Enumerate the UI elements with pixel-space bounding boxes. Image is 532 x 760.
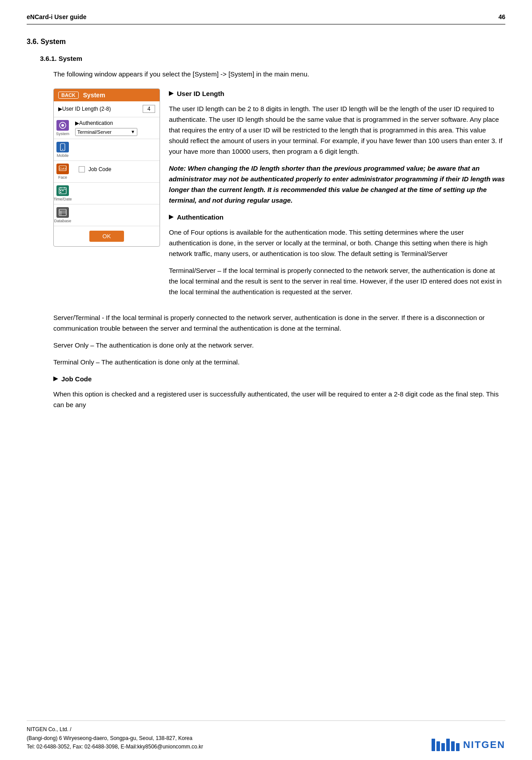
timedate-label: Time/Date <box>53 197 72 201</box>
nitgen-bar-3 <box>441 743 445 751</box>
face-label: Face <box>58 175 67 180</box>
footer-address: (Bangi-dong) 6 Wiryeseong-daero, Songpa-… <box>27 734 203 743</box>
system-svg-icon <box>59 121 67 129</box>
system-icon[interactable]: System <box>54 117 72 139</box>
user-id-length-heading: User ID Length <box>169 88 505 99</box>
svg-point-1 <box>61 124 64 127</box>
face-svg-icon: DAY <box>59 165 67 172</box>
nitgen-bar-4 <box>446 739 450 751</box>
mobile-svg-icon <box>60 143 65 151</box>
user-id-length-body: The user ID length can be 2 to 8 digits … <box>169 104 505 157</box>
job-code-body: When this option is checked and a regist… <box>53 389 505 410</box>
auth-body-3: Server/Terminal - If the local terminal … <box>53 312 505 334</box>
footer-contact: Tel: 02-6488-3052, Fax: 02-6488-3098, E-… <box>27 743 203 751</box>
timedate-icon-box <box>56 185 69 196</box>
two-col-layout: BACK System ▶User ID Length (2-8) 4 <box>53 88 505 304</box>
svg-rect-11 <box>62 190 64 191</box>
face-icon[interactable]: DAY Face <box>54 161 72 182</box>
database-icon-box <box>56 207 69 218</box>
nitgen-bar-1 <box>432 739 435 751</box>
auth-label: ▶Authentication <box>75 120 113 126</box>
timedate-sidebar-item: Time/Date <box>54 183 160 204</box>
auth-content: ▶Authentication Terminal/Server ▼ <box>72 117 160 139</box>
dropdown-arrow-icon: ▼ <box>131 129 135 134</box>
job-code-heading: Job Code <box>53 374 505 384</box>
svg-point-3 <box>62 149 63 150</box>
ok-button[interactable]: OK <box>89 231 124 242</box>
device-ui: BACK System ▶User ID Length (2-8) 4 <box>53 88 160 247</box>
nitgen-bar-2 <box>436 741 440 751</box>
device-title: System <box>83 92 105 99</box>
auth-body-4: Server Only – The authentication is done… <box>53 340 505 351</box>
system-sidebar-item: System ▶Authentication Terminal/Server ▼ <box>54 117 160 139</box>
user-id-length-row: ▶User ID Length (2-8) 4 <box>54 101 160 117</box>
face-sidebar-item: DAY Face Job Code <box>54 161 160 183</box>
system-label: System <box>56 132 69 136</box>
nitgen-bar-6 <box>456 743 460 751</box>
mobile-content <box>72 139 160 160</box>
timedate-content <box>72 183 160 204</box>
note-bold: Note: When changing the ID length shorte… <box>169 163 505 206</box>
nitgen-text: NITGEN <box>463 739 505 751</box>
authentication-heading: Authentication <box>169 212 505 223</box>
footer-company: NITGEN Co., Ltd. / <box>27 725 203 734</box>
header-page-num: 46 <box>498 13 505 20</box>
footer-left: NITGEN Co., Ltd. / (Bangi-dong) 6 Wiryes… <box>27 725 203 751</box>
nitgen-logo: NITGEN <box>432 739 505 751</box>
intro-text: The following window appears if you sele… <box>53 69 505 80</box>
mobile-icon-box <box>56 142 69 152</box>
content-col: User ID Length The user ID length can be… <box>169 88 505 304</box>
nitgen-bar-5 <box>451 741 455 751</box>
section-heading-1: 3.6. System <box>27 38 505 46</box>
system-icon-box <box>56 120 69 131</box>
mobile-icon[interactable]: Mobile <box>54 139 72 160</box>
database-icon[interactable]: Database <box>54 204 72 226</box>
device-header: BACK System <box>54 89 160 101</box>
auth-body-1: One of Four options is available for the… <box>169 227 505 259</box>
nitgen-bars <box>432 739 460 751</box>
ok-row: OK <box>54 226 160 246</box>
job-code-label: Job Code <box>88 166 111 172</box>
database-content <box>72 204 160 226</box>
page-header: eNCard-i User guide 46 <box>27 13 505 24</box>
auth-body-5: Terminal Only – The authentication is do… <box>53 357 505 368</box>
device-col: BACK System ▶User ID Length (2-8) 4 <box>53 88 169 304</box>
mobile-sidebar-item: Mobile <box>54 139 160 161</box>
svg-rect-10 <box>60 190 61 191</box>
database-svg-icon <box>59 209 67 216</box>
job-code-row: Job Code <box>75 164 156 175</box>
full-content: Server/Terminal - If the local terminal … <box>53 312 505 410</box>
page-footer: NITGEN Co., Ltd. / (Bangi-dong) 6 Wiryes… <box>27 720 505 751</box>
timedate-svg-icon <box>59 187 67 194</box>
back-button[interactable]: BACK <box>58 92 79 99</box>
user-id-label: ▶User ID Length (2-8) <box>58 106 143 112</box>
job-code-checkbox[interactable] <box>79 166 85 172</box>
face-icon-box: DAY <box>56 164 69 174</box>
auth-body-2: Terminal/Server – If the local terminal … <box>169 265 505 297</box>
footer-logo: NITGEN <box>432 739 505 751</box>
svg-rect-12 <box>60 192 61 193</box>
svg-text:DAY: DAY <box>60 167 67 171</box>
face-content: Job Code <box>72 161 160 182</box>
section-heading-2: 3.6.1. System <box>40 55 505 62</box>
database-sidebar-item: Database <box>54 204 160 226</box>
page-container: eNCard-i User guide 46 3.6. System 3.6.1… <box>0 0 532 760</box>
intro-text-content: The following window appears if you sele… <box>53 70 309 78</box>
mobile-label: Mobile <box>57 153 69 158</box>
svg-rect-13 <box>59 209 66 216</box>
database-label: Database <box>54 219 72 223</box>
timedate-icon[interactable]: Time/Date <box>54 183 72 204</box>
user-id-value[interactable]: 4 <box>143 105 155 113</box>
auth-label-row: ▶Authentication <box>75 120 156 126</box>
auth-dropdown[interactable]: Terminal/Server ▼ <box>75 128 137 136</box>
auth-dropdown-value: Terminal/Server <box>77 129 112 135</box>
header-title: eNCard-i User guide <box>27 13 87 20</box>
